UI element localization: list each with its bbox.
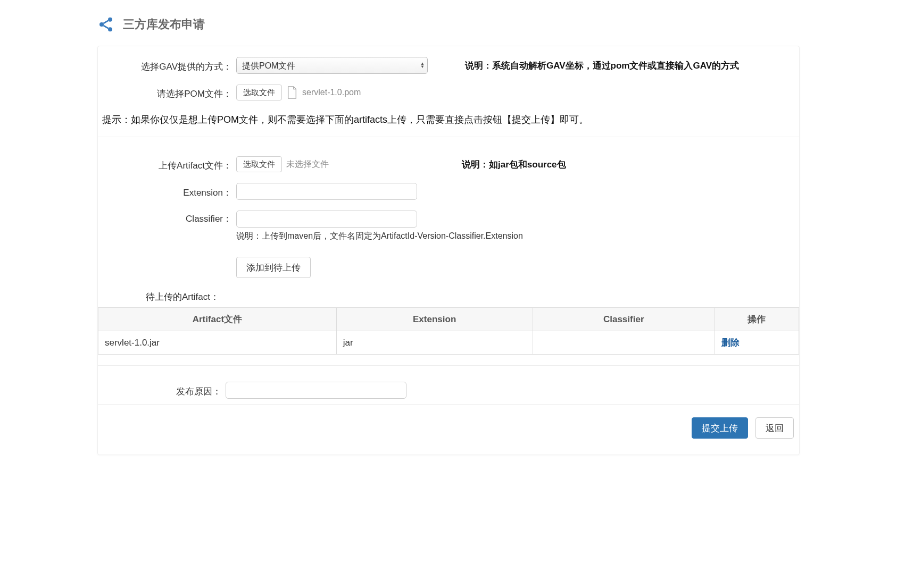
cell-extension: jar	[336, 331, 533, 355]
artifact-upload-label: 上传Artifact文件：	[98, 157, 236, 172]
extension-label: Extension：	[98, 184, 236, 199]
classifier-hint: 说明：上传到maven后，文件名固定为ArtifactId-Version-Cl…	[236, 228, 799, 242]
svg-point-2	[108, 27, 112, 31]
svg-point-1	[99, 22, 104, 27]
classifier-input[interactable]	[236, 211, 417, 228]
artifact-table: Artifact文件 Extension Classifier 操作 servl…	[98, 307, 799, 355]
extension-input[interactable]	[236, 183, 417, 200]
reason-input[interactable]	[226, 382, 406, 399]
reason-label: 发布原因：	[98, 383, 226, 398]
share-icon	[97, 16, 114, 33]
delete-link[interactable]: 删除	[721, 338, 740, 348]
back-button[interactable]: 返回	[755, 417, 794, 439]
th-classifier: Classifier	[533, 308, 715, 331]
page-title: 三方库发布申请	[123, 16, 205, 32]
gav-method-label: 选择GAV提供的方式：	[98, 58, 236, 73]
submit-button[interactable]: 提交上传	[692, 417, 748, 439]
cell-action: 删除	[715, 331, 799, 355]
classifier-label: Classifier：	[98, 211, 236, 225]
cell-classifier	[533, 331, 715, 355]
artifact-no-file: 未选择文件	[286, 159, 329, 170]
artifact-upload-explain: 说明：如jar包和source包	[462, 158, 566, 171]
choose-pom-file-button[interactable]: 选取文件	[236, 85, 282, 100]
th-action: 操作	[715, 308, 799, 331]
gav-method-explain: 说明：系统自动解析GAV坐标，通过pom文件或直接输入GAV的方式	[465, 60, 739, 72]
pom-file-label: 请选择POM文件：	[98, 86, 236, 100]
choose-artifact-file-button[interactable]: 选取文件	[236, 156, 282, 172]
upload-tip: 提示：如果你仅仅是想上传POM文件，则不需要选择下面的artifacts上传，只…	[98, 106, 799, 137]
pending-artifact-label: 待上传的Artifact：	[98, 288, 799, 307]
pom-file-name: servlet-1.0.pom	[302, 88, 361, 97]
file-icon	[286, 86, 298, 99]
table-row: servlet-1.0.jar jar 删除	[98, 331, 799, 355]
table-header-row: Artifact文件 Extension Classifier 操作	[98, 308, 799, 331]
svg-point-0	[108, 18, 112, 22]
gav-method-select[interactable]: 提供POM文件	[236, 57, 428, 74]
add-to-pending-button[interactable]: 添加到待上传	[236, 257, 311, 278]
th-extension: Extension	[336, 308, 533, 331]
cell-file: servlet-1.0.jar	[98, 331, 337, 355]
th-file: Artifact文件	[98, 308, 337, 331]
